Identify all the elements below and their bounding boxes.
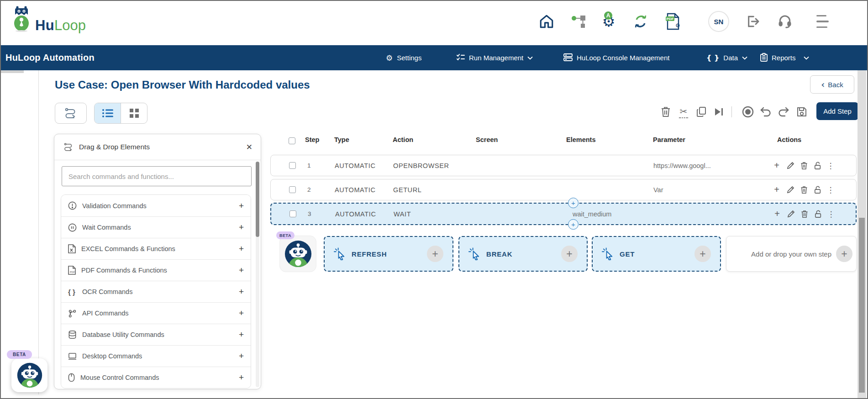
home-icon[interactable] [536, 11, 557, 32]
row-edit-icon[interactable] [785, 204, 796, 224]
panel-scrollbar[interactable] [256, 162, 259, 387]
chevron-down-icon [742, 56, 747, 60]
suggested-step-get[interactable]: GET + [592, 236, 721, 272]
add-suggested-step-button[interactable]: + [427, 246, 443, 262]
row-more-icon[interactable]: ⋮ [826, 204, 836, 224]
flow-view-button[interactable] [55, 103, 87, 124]
step-row-3-selected[interactable]: 3 AUTOMATIC WAIT wait_medium + ⋮ [270, 203, 857, 225]
robot-avatar-icon [16, 362, 43, 388]
user-avatar[interactable]: SN [708, 11, 729, 32]
toolbar-divider [731, 106, 732, 117]
grid-view-button[interactable] [121, 103, 147, 123]
row-edit-icon[interactable] [785, 155, 796, 176]
list-view-button[interactable] [95, 103, 121, 123]
category-pdf-commands[interactable]: PDF PDF Commands & Functions + [61, 259, 251, 281]
row-checkbox[interactable] [289, 210, 296, 217]
row-add-icon[interactable]: + [771, 155, 782, 176]
ai-automation-gear-icon[interactable]: ⚙ A [598, 11, 619, 32]
page-scrollbar-thumb[interactable] [859, 218, 865, 393]
row-edit-icon[interactable] [785, 179, 796, 200]
expand-plus-icon[interactable]: + [239, 308, 244, 318]
select-all-checkbox[interactable] [289, 137, 295, 144]
workflow-icon[interactable] [568, 11, 589, 32]
page-title: Use Case: Open Browser With Hardcoded va… [55, 79, 310, 91]
back-button[interactable]: ‹ Back [810, 75, 854, 94]
expand-plus-icon[interactable]: + [239, 351, 244, 361]
record-icon[interactable] [740, 104, 756, 120]
expand-plus-icon[interactable]: + [239, 201, 244, 211]
step-number: 1 [307, 155, 311, 176]
logout-icon[interactable] [742, 11, 763, 32]
row-unlock-icon[interactable] [812, 155, 823, 176]
nav-label: Reports [772, 54, 796, 62]
column-header-step: Step [305, 136, 319, 143]
step-row-2[interactable]: 2 AUTOMATIC GETURL Var + ⋮ [270, 179, 857, 200]
row-delete-icon[interactable] [799, 155, 810, 176]
suggested-step-refresh[interactable]: REFRESH + [324, 236, 453, 272]
expand-plus-icon[interactable]: + [239, 244, 244, 254]
pdf-export-icon[interactable]: PDF ⚙ [662, 11, 683, 32]
expand-plus-icon[interactable]: + [239, 265, 244, 275]
menu-icon[interactable] [816, 11, 837, 32]
expand-plus-icon[interactable]: + [239, 287, 244, 297]
expand-plus-icon[interactable]: + [239, 330, 244, 340]
row-add-icon[interactable]: + [771, 179, 782, 200]
suggested-step-label: REFRESH [352, 250, 427, 258]
add-suggested-step-button[interactable]: + [694, 246, 711, 262]
row-checkbox[interactable] [289, 186, 296, 193]
page-scrollbar[interactable] [857, 70, 866, 399]
step-action: GETURL [393, 179, 421, 200]
insert-step-below-button[interactable]: + [568, 219, 579, 230]
row-add-icon[interactable]: + [772, 204, 783, 224]
steps-table-header: Step Type Action Screen Elements Paramet… [270, 136, 857, 148]
suggested-step-break[interactable]: BREAK + [458, 236, 588, 272]
row-delete-icon[interactable] [799, 179, 810, 200]
row-more-icon[interactable]: ⋮ [825, 155, 836, 176]
add-own-step-card[interactable]: Add or drop your own step + [726, 236, 857, 272]
expand-plus-icon[interactable]: + [239, 222, 244, 232]
step-row-1[interactable]: 1 AUTOMATIC OPENBROWSER https://www.goog… [270, 155, 857, 176]
row-more-icon[interactable]: ⋮ [825, 179, 836, 200]
category-mouse-commands[interactable]: Mouse Control Commands + [61, 367, 251, 388]
nav-data[interactable]: { } Data [706, 45, 747, 70]
nav-console-management[interactable]: HuLoop Console Management [563, 45, 669, 70]
panel-scrollbar-thumb[interactable] [256, 162, 259, 237]
row-delete-icon[interactable] [799, 204, 810, 224]
expand-plus-icon[interactable]: + [239, 373, 244, 383]
save-icon[interactable] [794, 104, 810, 120]
back-label: Back [828, 81, 843, 89]
pause-circle-icon [68, 223, 77, 232]
category-database-commands[interactable]: Database Utility Commands + [61, 324, 251, 345]
row-unlock-icon[interactable] [812, 179, 823, 200]
category-excel-commands[interactable]: EXCEL Commands & Functions + [61, 238, 251, 259]
sync-icon[interactable] [630, 11, 651, 32]
assistant-robot-card[interactable] [279, 236, 316, 272]
redo-icon[interactable] [775, 104, 792, 120]
category-label: Validation Commands [82, 202, 233, 210]
add-own-step-button[interactable]: + [836, 246, 852, 262]
category-api-commands[interactable]: API Commands + [61, 302, 251, 324]
category-desktop-commands[interactable]: Desktop Commands + [61, 345, 251, 367]
row-unlock-icon[interactable] [813, 204, 824, 224]
row-checkbox[interactable] [289, 162, 296, 169]
close-icon[interactable]: ✕ [246, 142, 253, 152]
category-wait-commands[interactable]: Wait Commands + [61, 216, 251, 238]
category-validation-commands[interactable]: Validation Commands + [61, 195, 251, 216]
copy-steps-icon[interactable] [693, 104, 710, 120]
assistant-fab-button[interactable] [11, 358, 47, 392]
undo-icon[interactable] [758, 104, 774, 120]
run-to-end-icon[interactable] [710, 104, 727, 120]
nav-run-management[interactable]: Run Management [457, 45, 533, 70]
cut-steps-icon[interactable]: ✂ [675, 104, 692, 120]
huloop-logo[interactable]: Hu Loop [11, 5, 86, 34]
delete-steps-icon[interactable] [658, 104, 674, 120]
category-ocr-commands[interactable]: { } OCR Commands + [61, 281, 251, 302]
add-step-button[interactable]: Add Step [816, 102, 858, 120]
nav-reports[interactable]: Reports [760, 45, 809, 70]
add-suggested-step-button[interactable]: + [561, 246, 578, 262]
support-headset-icon[interactable] [774, 11, 795, 32]
command-search-input[interactable] [62, 166, 252, 186]
chevron-down-icon [527, 56, 533, 60]
insert-step-above-button[interactable]: + [568, 198, 579, 208]
nav-settings[interactable]: ⚙ Settings [386, 45, 421, 70]
